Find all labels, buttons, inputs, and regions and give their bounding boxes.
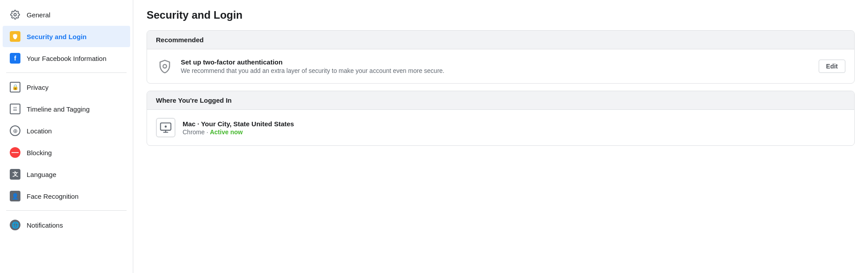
sidebar-item-label-timeline: Timeline and Tagging [27,105,90,113]
sidebar-item-label-general: General [27,11,50,19]
gear-icon [9,8,21,21]
sidebar-item-language[interactable]: 文 Language [3,164,130,185]
sidebar-item-blocking[interactable]: — Blocking [3,142,130,163]
sidebar-item-facebook-info[interactable]: f Your Facebook Information [3,48,130,69]
sidebar-divider-1 [6,72,127,73]
two-factor-content: Set up two-factor authentication We reco… [181,58,812,74]
shield-gold-icon [9,30,21,43]
location-icon: ⊕ [9,124,21,137]
sidebar-item-location[interactable]: ⊕ Location [3,120,130,141]
main-content: Security and Login Recommended Set up tw… [133,0,868,273]
sidebar: General Security and Login f Your Facebo… [0,0,133,273]
fb-blue-icon: f [9,52,21,64]
page-title: Security and Login [147,9,855,21]
sidebar-item-label-facebook-info: Your Facebook Information [27,55,107,62]
two-factor-description: We recommend that you add an extra layer… [181,67,812,74]
session-title: Mac · Your City, State United States [183,120,845,128]
sidebar-item-security[interactable]: Security and Login [3,26,130,47]
sidebar-item-label-location: Location [27,127,52,135]
session-row: Mac · Your City, State United States Chr… [147,110,854,145]
session-device: Mac [183,120,195,128]
sidebar-item-label-blocking: Blocking [27,149,52,157]
svg-point-1 [163,64,167,68]
recommended-card: Recommended Set up two-factor authentica… [147,30,855,84]
device-icon [156,118,175,137]
svg-point-5 [165,125,167,128]
monitor-icon [159,121,172,134]
privacy-icon: 🔒 [9,81,21,93]
sidebar-item-general[interactable]: General [3,4,130,25]
logged-in-card: Where You're Logged In Mac · Your City, … [147,91,855,146]
blocking-icon: — [9,146,21,159]
two-factor-row: Set up two-factor authentication We reco… [147,49,854,83]
sidebar-item-timeline[interactable]: ☰ Timeline and Tagging [3,98,130,120]
sidebar-divider-2 [6,210,127,211]
language-icon: 文 [9,168,21,181]
sidebar-item-notifications[interactable]: 🌐 Notifications [3,214,130,236]
session-location: Your City, State United States [201,120,294,128]
sidebar-item-label-security: Security and Login [27,33,87,40]
session-sub: Chrome · Active now [183,128,845,136]
sidebar-item-face-recognition[interactable]: 👤 Face Recognition [3,185,130,207]
sidebar-item-label-face-recognition: Face Recognition [27,193,79,200]
two-factor-title: Set up two-factor authentication [181,58,812,66]
session-status: Active now [210,128,243,136]
two-factor-icon [156,57,174,75]
sidebar-item-label-privacy: Privacy [27,84,48,91]
notifications-icon: 🌐 [9,219,21,231]
shield-icon [158,59,172,73]
svg-point-0 [14,13,16,16]
session-content: Mac · Your City, State United States Chr… [183,120,845,136]
sidebar-item-label-notifications: Notifications [27,221,63,229]
sidebar-item-label-language: Language [27,171,56,178]
two-factor-action: Edit [819,60,845,73]
face-recognition-icon: 👤 [9,190,21,202]
timeline-icon: ☰ [9,103,21,115]
sidebar-item-privacy[interactable]: 🔒 Privacy [3,76,130,98]
session-browser: Chrome [183,128,205,136]
recommended-header: Recommended [147,31,854,49]
logged-in-header: Where You're Logged In [147,91,854,110]
two-factor-edit-button[interactable]: Edit [819,60,845,73]
